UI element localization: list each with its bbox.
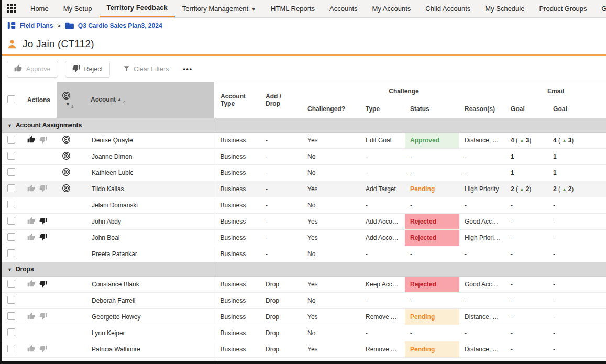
cell-account[interactable]: Denise Quayle	[85, 133, 215, 149]
cell-account[interactable]: Jelani Domanski	[85, 197, 215, 214]
col-challenged[interactable]: Challenged?	[302, 100, 360, 118]
section-label[interactable]: ▼Drops	[2, 262, 215, 277]
thumbs-down-button[interactable]	[39, 312, 47, 320]
cell-status: -	[405, 149, 459, 165]
app-launcher-icon[interactable]	[7, 4, 17, 14]
target-icon	[62, 184, 71, 193]
nav-tab-html-reports[interactable]: HTML Reports	[263, 0, 322, 17]
more-actions-button[interactable]: •••	[183, 65, 193, 73]
thumbs-up-button[interactable]	[27, 345, 35, 352]
cell-account[interactable]: Georgette Howey	[85, 309, 215, 325]
col-reasons[interactable]: Reason(s)	[459, 100, 505, 118]
cell-add-drop: -	[260, 133, 302, 149]
thumbs-up-button[interactable]	[27, 312, 35, 320]
row-checkbox[interactable]	[7, 312, 15, 320]
cell-reasons: Good Access,…	[459, 277, 505, 293]
cell-target	[57, 293, 85, 309]
thumbs-down-button[interactable]	[39, 217, 47, 225]
thumbs-down-button[interactable]	[39, 280, 47, 288]
cell-checkbox	[2, 309, 22, 325]
col-goal-email[interactable]: Goal	[548, 100, 606, 118]
thumbs-down-button[interactable]	[39, 184, 47, 192]
row-checkbox[interactable]	[7, 217, 15, 225]
cell-account[interactable]: Lynn Keiper	[85, 325, 215, 341]
cell-actions	[22, 214, 57, 230]
cell-account-type: Business	[215, 246, 260, 262]
cell-type: -	[360, 246, 405, 262]
thumbs-up-button[interactable]	[27, 217, 35, 225]
cell-checkbox	[2, 293, 22, 309]
cell-account-type: Business	[215, 214, 260, 230]
cell-target	[57, 325, 85, 341]
nav-tab-territory-feedback[interactable]: Territory Feedback	[100, 0, 175, 17]
thumbs-down-button[interactable]	[39, 345, 47, 352]
nav-tab-my-schedule[interactable]: My Schedule	[478, 0, 532, 17]
reject-button[interactable]: Reject	[65, 61, 110, 78]
cell-actions	[22, 246, 57, 262]
cell-account[interactable]: John Abdy	[85, 214, 215, 230]
row-checkbox[interactable]	[7, 152, 15, 160]
cell-status: -	[405, 293, 459, 309]
row-checkbox[interactable]	[7, 184, 15, 192]
thumbs-up-button[interactable]	[27, 184, 35, 192]
cell-goal-challenge: -	[505, 293, 548, 309]
cell-account-type: Business	[215, 149, 260, 165]
row-checkbox[interactable]	[7, 296, 15, 304]
row-checkbox[interactable]	[7, 328, 15, 336]
nav-tab-product-groups[interactable]: Product Groups	[532, 0, 594, 17]
row-checkbox[interactable]	[7, 233, 15, 241]
table-row: Tiido KallasBusiness-YesAdd TargetPendin…	[2, 181, 606, 197]
col-account-type[interactable]: Account Type	[215, 82, 260, 118]
col-type[interactable]: Type	[360, 100, 405, 118]
cell-goal-email: -	[548, 197, 606, 214]
col-target[interactable]: ▼1	[57, 82, 85, 118]
cell-challenged: No	[302, 246, 360, 262]
breadcrumb-current-link[interactable]: Q3 Cardio Sales Plan3, 2024	[78, 22, 162, 29]
nav-tab-accounts[interactable]: Accounts	[322, 0, 365, 17]
cell-type: Remove Acco…	[360, 309, 405, 325]
col-status[interactable]: Status	[405, 100, 459, 118]
thumbs-down-button[interactable]	[39, 136, 47, 144]
cell-account[interactable]: Joanne Dimon	[85, 149, 215, 165]
row-checkbox[interactable]	[7, 201, 15, 208]
cell-challenged: No	[302, 197, 360, 214]
collapse-caret-icon: ▼	[7, 123, 12, 128]
breadcrumb: Field Plans > Q3 Cardio Sales Plan3, 202…	[0, 18, 606, 33]
cell-account[interactable]: Patricia Waltimire	[85, 341, 215, 358]
nav-tab-territory-management[interactable]: Territory Management▼	[175, 0, 263, 17]
thumbs-up-button[interactable]	[27, 233, 35, 241]
clear-filters-button[interactable]: Clear Filters	[120, 64, 172, 74]
cell-challenged: Yes	[302, 214, 360, 230]
section-label[interactable]: ▼Account Assignments	[2, 118, 215, 133]
cell-account[interactable]: Kathleen Lubic	[85, 165, 215, 181]
cell-add-drop: -	[260, 165, 302, 181]
row-checkbox[interactable]	[7, 168, 15, 176]
page-title: Jo Jain (CT112)	[23, 38, 94, 50]
col-account[interactable]: Account▲2	[85, 82, 215, 118]
nav-tab-global-acco[interactable]: Global Acco	[594, 0, 606, 17]
col-goal-challenge[interactable]: Goal	[505, 100, 548, 118]
row-checkbox[interactable]	[7, 280, 15, 288]
nav-tab-child-accounts[interactable]: Child Accounts	[418, 0, 478, 17]
row-checkbox[interactable]	[7, 249, 15, 257]
row-checkbox[interactable]	[7, 136, 15, 144]
cell-account[interactable]: Deborah Farrell	[85, 293, 215, 309]
nav-tab-home[interactable]: Home	[23, 0, 56, 17]
nav-tab-my-accounts[interactable]: My Accounts	[365, 0, 418, 17]
cell-account[interactable]: Constance Blank	[85, 277, 215, 293]
cell-type: -	[360, 325, 405, 341]
nav-tab-my-setup[interactable]: My Setup	[56, 0, 100, 17]
col-add-drop[interactable]: Add / Drop	[260, 82, 302, 118]
breadcrumb-root-link[interactable]: Field Plans	[20, 22, 53, 29]
cell-checkbox	[2, 230, 22, 246]
cell-account[interactable]: John Boal	[85, 230, 215, 246]
row-checkbox[interactable]	[7, 345, 15, 352]
thumbs-down-button[interactable]	[39, 233, 47, 241]
thumbs-up-button[interactable]	[27, 280, 35, 288]
table-row: Denise QuayleBusiness-YesEdit GoalApprov…	[2, 133, 606, 149]
select-all-checkbox[interactable]	[7, 95, 15, 103]
approve-button[interactable]: Approve	[7, 61, 58, 78]
thumbs-up-button[interactable]	[27, 136, 35, 144]
cell-account[interactable]: Tiido Kallas	[85, 181, 215, 197]
cell-account[interactable]: Preeta Patankar	[85, 246, 215, 262]
